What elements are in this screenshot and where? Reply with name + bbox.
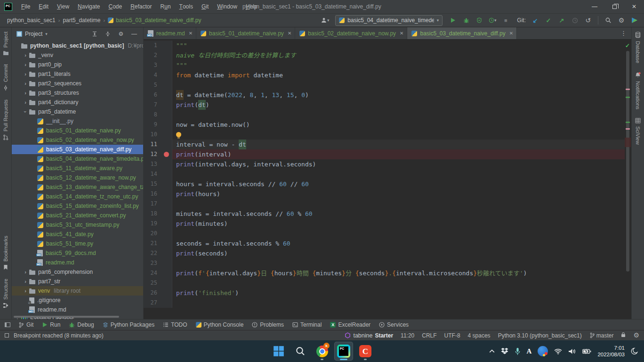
breadcrumb-item-part5-datetime[interactable]: part5_datetime <box>61 16 102 24</box>
tool-window-services[interactable]: Services <box>375 320 413 330</box>
tree-item-part7-str[interactable]: ›part7_str <box>12 277 143 286</box>
tab-options-icon[interactable]: ⋮ <box>616 27 631 39</box>
code-editor[interactable]: 1"""2naive な日付時刻同士の差分を計算します3"""4from dat… <box>144 40 625 319</box>
tree-item-part4-dictionary[interactable]: ›part4_dictionary <box>12 98 143 107</box>
stripe-mark[interactable] <box>626 122 630 123</box>
tree-item-basic5-13-datetime-aware-change-tz-py[interactable]: basic5_13_datetime_aware_change_tz.py <box>12 182 143 192</box>
tree-item-basic5-11-datetime-aware-py[interactable]: basic5_11_datetime_aware.py <box>12 164 143 173</box>
tab-close-icon[interactable]: ✕ <box>288 31 291 36</box>
run-coverage-button[interactable] <box>474 15 485 26</box>
code-line[interactable]: 19print(minutes) <box>144 219 625 229</box>
tree-item-python-basic-sec1-python-basic[interactable]: python_basic_sec1 [python_basic]D:¥proje… <box>12 41 143 50</box>
code-line[interactable]: 13print(interval.days, interval.seconds) <box>144 159 625 169</box>
horizontal-scrollbar[interactable] <box>14 316 119 318</box>
status-settings-button[interactable]: ⚙ <box>633 332 639 339</box>
code-line[interactable]: 15hours = interval.seconds // 60 // 60 <box>144 179 625 189</box>
git-update-project-button[interactable]: ↙ <box>530 15 541 26</box>
status-message[interactable]: Breakpoint reached (8 minutes ago) <box>14 332 104 339</box>
user-button[interactable]: ▾ <box>319 15 330 26</box>
tree-item-readme-md[interactable]: readme.md <box>12 258 143 267</box>
tool-window-terminal[interactable]: Terminal <box>288 320 326 330</box>
tree-item-basic5-14-datetime-tz-none-utc-py[interactable]: basic5_14_datetime_tz_none_utc.py <box>12 192 143 201</box>
menu-git[interactable]: Git <box>197 0 213 13</box>
tree-item-init-py[interactable]: __init__.py <box>12 116 143 126</box>
tree-chevron-icon[interactable]: › <box>22 279 29 284</box>
hide-panel-button[interactable]: — <box>129 29 139 39</box>
taskbar-camtasia[interactable]: C <box>356 342 375 361</box>
code-line[interactable]: 9now = datetime.now() <box>144 120 625 130</box>
git-branch-widget[interactable]: master <box>589 332 614 339</box>
tray-wifi[interactable] <box>554 348 562 354</box>
stripe-item-pull-requests[interactable]: Pull Requests <box>3 95 8 145</box>
tray-ime[interactable]: A <box>527 348 532 355</box>
breakpoint-stripe-mark[interactable] <box>625 138 631 147</box>
code-line[interactable]: 3""" <box>144 60 625 70</box>
toolbox-button[interactable] <box>629 15 640 26</box>
menu-run[interactable]: Run <box>156 0 175 13</box>
taskbar-clock[interactable]: 7:012022/08/03 <box>597 345 625 358</box>
tree-item-basic5-99-docs-md[interactable]: basic5_99_docs.md <box>12 248 143 258</box>
code-line[interactable]: 6dt = datetime(2022, 8, 1, 13, 15, 0) <box>144 90 625 100</box>
tree-chevron-icon[interactable]: › <box>22 52 29 58</box>
tool-window-corner-icon[interactable] <box>5 322 10 327</box>
tree-item-part0-pip[interactable]: ›part0_pip <box>12 60 143 69</box>
tree-item-basic5-12-datetime-aware-now-py[interactable]: basic5_12_datetime_aware_now.py <box>12 173 143 182</box>
tree-item-basic5-31-utc-timestamp-py[interactable]: basic5_31_utc_timestamp.py <box>12 220 143 230</box>
status-python-interpreter[interactable]: Python 3.10 (python_basic_sec1) <box>498 332 582 339</box>
tool-window-git[interactable]: Git <box>14 320 38 330</box>
maximize-button[interactable] <box>604 0 624 13</box>
menu-navigate[interactable]: Navigate <box>73 0 104 13</box>
git-rollback-button[interactable]: ↺ <box>582 15 594 26</box>
stripe-item-project[interactable]: Project <box>3 27 9 60</box>
tree-item-venv[interactable]: ›venvlibrary root <box>12 286 143 296</box>
code-line[interactable]: 4from datetime import datetime <box>144 70 625 80</box>
status-indent[interactable]: 4 spaces <box>468 332 491 339</box>
tray-hidden-icons[interactable] <box>489 349 495 353</box>
project-panel-title[interactable]: Project <box>25 31 42 37</box>
tree-chevron-icon[interactable]: › <box>22 90 29 96</box>
code-line[interactable]: 18minutes = interval.seconds // 60 % 60 <box>144 209 625 219</box>
code-line[interactable]: 21seconds = interval.seconds % 60 <box>144 239 625 248</box>
code-line[interactable]: 24print(f'{interval.days}日 {hours}時間 {mi… <box>144 268 625 278</box>
code-line[interactable]: 23 <box>144 258 625 268</box>
code-line[interactable]: 17 <box>144 199 625 209</box>
tree-item-part5-datetime[interactable]: ›part5_datetime <box>12 107 143 116</box>
tree-item-part3-structures[interactable]: ›part3_structures <box>12 88 143 98</box>
tab-close-icon[interactable]: ✕ <box>189 31 193 36</box>
code-line[interactable]: 2naive な日付時刻同士の差分を計算します <box>144 50 625 60</box>
tree-chevron-icon[interactable]: › <box>23 108 28 115</box>
vertical-scrollbar[interactable] <box>626 51 629 272</box>
menu-code[interactable]: Code <box>104 0 126 13</box>
inspections-ok-icon[interactable]: ✓ <box>625 42 630 49</box>
stop-button[interactable]: ■ <box>500 15 511 26</box>
code-line[interactable]: 11interval = now - dt <box>144 140 625 149</box>
settings-button[interactable]: ⚙ <box>616 15 627 26</box>
panel-settings-icon[interactable]: ⚙ <box>116 29 126 39</box>
code-line[interactable]: 7print(dt) <box>144 100 625 110</box>
tray-dropbox[interactable] <box>501 348 508 354</box>
stripe-item-commit[interactable]: Commit <box>3 60 8 95</box>
tool-window-excelreader[interactable]: XExcelReader <box>326 320 375 330</box>
run-button[interactable] <box>447 15 459 26</box>
breadcrumb-file[interactable]: basic5_03_datetime_naive_diff.py <box>106 16 202 24</box>
intention-bulb-icon[interactable] <box>176 132 181 137</box>
status-line-separator[interactable]: CRLF <box>422 332 436 339</box>
status-caret-position[interactable]: 11:20 <box>401 332 414 339</box>
tab-readme-md[interactable]: readme.md✕ <box>144 27 196 39</box>
tree-item-basic5-51-time-py[interactable]: basic5_51_time.py <box>12 239 143 248</box>
tray-microphone[interactable] <box>515 347 521 355</box>
tree-chevron-icon[interactable]: › <box>22 99 29 105</box>
minimize-button[interactable]: — <box>585 0 604 13</box>
chevron-down-icon[interactable]: ▾ <box>45 32 48 36</box>
code-line[interactable]: 14 <box>144 169 625 179</box>
code-line[interactable]: 20 <box>144 229 625 239</box>
taskbar-pycharm[interactable]: PC <box>334 342 353 361</box>
git-history-button[interactable] <box>569 15 580 26</box>
menu-window[interactable]: Window <box>213 0 242 13</box>
taskbar-start[interactable] <box>269 342 288 361</box>
stripe-item-bookmarks[interactable]: Bookmarks <box>3 231 8 274</box>
stripe-mark[interactable] <box>626 89 630 90</box>
tree-item-basic5-03-datetime-naive-diff-py[interactable]: basic5_03_datetime_naive_diff.py <box>12 145 143 154</box>
taskbar-chrome[interactable]: k <box>313 342 331 361</box>
tool-window-run[interactable]: Run <box>38 320 64 330</box>
